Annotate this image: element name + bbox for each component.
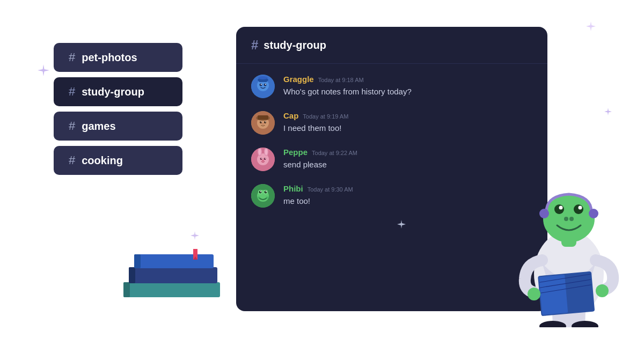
svg-point-41 — [259, 191, 262, 194]
sparkle-chat — [397, 220, 406, 231]
sparkle-decoration — [586, 21, 596, 33]
message-header-cap: Cap Today at 9:19 AM — [283, 111, 532, 120]
message-phibi: Phibi Today at 9:30 AM me too! — [251, 184, 532, 208]
svg-point-43 — [260, 191, 261, 192]
channel-item-cooking[interactable]: # cooking — [54, 146, 182, 175]
avatar-graggle — [251, 75, 275, 98]
svg-point-21 — [260, 121, 262, 123]
channel-list: # pet-photos # study-group # games # coo… — [54, 43, 182, 175]
timestamp-phibi: Today at 9:30 AM — [308, 186, 353, 193]
svg-point-52 — [554, 204, 564, 214]
svg-point-54 — [559, 206, 563, 210]
svg-point-66 — [596, 284, 609, 297]
svg-rect-5 — [134, 254, 141, 268]
svg-rect-3 — [129, 267, 135, 283]
username-cap: Cap — [283, 111, 298, 120]
timestamp-cap: Today at 9:19 AM — [303, 113, 348, 120]
books-illustration — [118, 229, 225, 306]
svg-rect-0 — [123, 282, 220, 297]
svg-point-56 — [564, 217, 568, 221]
svg-point-22 — [264, 121, 266, 123]
message-text-peppe: send please — [283, 159, 532, 171]
svg-point-42 — [265, 191, 267, 194]
svg-rect-4 — [134, 254, 214, 268]
message-content-peppe: Peppe Today at 9:22 AM send please — [283, 148, 532, 171]
svg-point-59 — [589, 209, 598, 218]
message-text-graggle: Who's got notes from history today? — [283, 86, 532, 98]
sparkle-decoration — [604, 107, 612, 117]
hash-icon: # — [69, 119, 75, 133]
messages-list: Graggle Today at 9:18 AM Who's got notes… — [236, 64, 547, 218]
svg-point-65 — [528, 288, 540, 300]
svg-point-13 — [265, 84, 266, 85]
avatar-phibi — [251, 184, 275, 208]
chat-header: # study-group — [236, 27, 547, 64]
message-text-cap: I need them too! — [283, 122, 532, 135]
svg-point-23 — [261, 122, 262, 123]
hash-icon: # — [69, 50, 75, 64]
message-content-cap: Cap Today at 9:19 AM I need them too! — [283, 111, 532, 135]
message-peppe: Peppe Today at 9:22 AM send please — [251, 148, 532, 171]
svg-point-57 — [569, 217, 574, 221]
message-content-phibi: Phibi Today at 9:30 AM me too! — [283, 184, 532, 208]
svg-point-10 — [260, 84, 262, 86]
svg-point-12 — [261, 84, 262, 85]
timestamp-peppe: Today at 9:22 AM — [312, 150, 357, 156]
svg-point-25 — [262, 123, 264, 125]
frog-mascot — [510, 156, 628, 327]
svg-point-45 — [257, 196, 260, 199]
svg-point-44 — [266, 191, 267, 192]
svg-point-31 — [265, 149, 268, 155]
channel-label: cooking — [82, 155, 123, 167]
avatar-cap — [251, 111, 275, 135]
svg-point-35 — [265, 158, 266, 159]
chat-panel: # study-group — [236, 27, 547, 311]
channel-label: pet-photos — [82, 52, 137, 64]
message-content-graggle: Graggle Today at 9:18 AM Who's got notes… — [283, 75, 532, 98]
svg-point-53 — [574, 204, 583, 214]
svg-point-33 — [264, 158, 266, 160]
channel-label: games — [82, 120, 115, 133]
svg-point-34 — [261, 158, 262, 159]
svg-point-58 — [539, 209, 549, 218]
chat-channel-name: study-group — [264, 39, 326, 52]
channel-label: study-group — [82, 86, 144, 98]
message-cap: Cap Today at 9:19 AM I need them too! — [251, 111, 532, 135]
svg-rect-20 — [258, 115, 268, 120]
svg-point-24 — [265, 122, 266, 123]
message-header-phibi: Phibi Today at 9:30 AM — [283, 184, 532, 193]
svg-rect-2 — [129, 267, 217, 283]
avatar-peppe — [251, 148, 275, 171]
svg-point-36 — [262, 160, 264, 161]
svg-point-32 — [260, 158, 262, 160]
svg-point-30 — [259, 149, 261, 155]
svg-rect-1 — [123, 282, 130, 297]
message-header-peppe: Peppe Today at 9:22 AM — [283, 148, 532, 157]
timestamp-graggle: Today at 9:18 AM — [318, 77, 364, 83]
username-peppe: Peppe — [283, 148, 308, 157]
message-header-graggle: Graggle Today at 9:18 AM — [283, 75, 532, 84]
svg-point-55 — [579, 206, 582, 210]
svg-point-46 — [266, 196, 269, 199]
svg-point-11 — [264, 84, 267, 86]
username-graggle: Graggle — [283, 75, 314, 84]
hash-icon: # — [69, 85, 75, 99]
channel-item-pet-photos[interactable]: # pet-photos — [54, 43, 182, 72]
svg-point-16 — [258, 76, 268, 79]
svg-rect-61 — [539, 275, 568, 315]
hash-icon: # — [69, 153, 75, 167]
channel-hash-icon: # — [251, 38, 258, 53]
message-graggle: Graggle Today at 9:18 AM Who's got notes… — [251, 75, 532, 98]
channel-item-study-group[interactable]: # study-group — [54, 77, 182, 106]
sparkle-decoration — [38, 64, 49, 78]
message-text-phibi: me too! — [283, 195, 532, 208]
channel-item-games[interactable]: # games — [54, 112, 182, 141]
username-phibi: Phibi — [283, 184, 303, 193]
